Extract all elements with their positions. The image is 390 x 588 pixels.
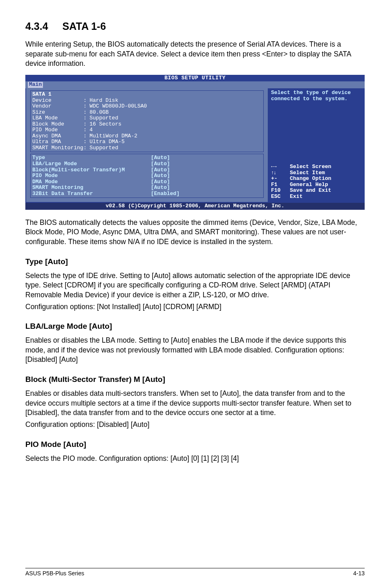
bios-key-help: ←→Select Screen ↑↓Select Item +-Change O… — [271, 164, 361, 200]
bios-field-value: Supported — [90, 145, 118, 151]
help-desc: Change Option — [290, 176, 331, 182]
bios-settings-box: Type[Auto] LBA/Large Mode[Auto] Block(Mu… — [30, 154, 264, 198]
pio-body: Selects the PIO mode. Configuration opti… — [25, 454, 365, 464]
bios-setting-label: SMART Monitoring — [32, 185, 151, 191]
help-desc: Select Screen — [290, 164, 331, 170]
bios-setting: 32Bit Data Transfer[Enabled] — [32, 191, 262, 197]
bios-field-label: Block Mode — [32, 121, 83, 128]
help-line: ↑↓Select Item — [271, 170, 361, 176]
bios-setting: LBA/Large Mode[Auto] — [32, 161, 262, 167]
bios-info-box: SATA 1 Device:Hard Disk Vendor:WDC WD800… — [30, 90, 264, 152]
help-desc: Save and Exit — [290, 188, 331, 194]
bios-field: Block Mode:16 Sectors — [32, 121, 262, 128]
bios-setting-label: PIO Mode — [32, 173, 151, 179]
bios-setting-label: Block(Multi-sector Transfer)M — [32, 167, 151, 173]
bios-section-label: SATA 1 — [32, 92, 262, 98]
bios-field-label: Size — [32, 110, 83, 116]
bios-setting: PIO Mode[Auto] — [32, 173, 262, 179]
bios-setting-value: [Auto] — [151, 167, 170, 173]
bios-setting-value: [Enabled] — [151, 191, 179, 197]
bios-help-text: Select the type of device connected to t… — [271, 90, 361, 102]
help-desc: Select Item — [290, 170, 325, 176]
section-title: SATA 1-6 — [63, 20, 106, 32]
bios-tabstrip: Main — [25, 81, 365, 88]
bios-field-label: LBA Mode — [32, 115, 83, 121]
footer-right: 4-13 — [353, 570, 365, 577]
help-line: F10Save and Exit — [271, 188, 361, 194]
bios-setting: Block(Multi-sector Transfer)M[Auto] — [32, 167, 262, 173]
bios-field-value: 16 Sectors — [90, 121, 121, 128]
section-heading: 4.3.4SATA 1-6 — [25, 20, 365, 32]
bios-setting-value: [Auto] — [151, 155, 170, 161]
help-desc: General Help — [290, 182, 328, 188]
pio-heading: PIO Mode [Auto] — [25, 440, 365, 449]
bios-field-value: MultiWord DMA-2 — [90, 133, 137, 139]
help-desc: Exit — [290, 194, 303, 200]
bios-field-value: Supported — [90, 115, 118, 121]
bios-setting-label: LBA/Large Mode — [32, 161, 151, 167]
help-line: ←→Select Screen — [271, 164, 361, 170]
help-line: +-Change Option — [271, 176, 361, 182]
bios-field-value: 4 — [90, 127, 93, 133]
bios-setting-value: [Auto] — [151, 185, 170, 191]
bios-field-value: WDC WD800JD-00LSA0 — [90, 103, 147, 110]
bios-setting-label: DMA Mode — [32, 179, 151, 185]
bios-field: Async DMA:MultiWord DMA-2 — [32, 133, 262, 139]
bios-setting-value: [Auto] — [151, 161, 170, 167]
help-line: ESCExit — [271, 194, 361, 200]
bios-field: PIO Mode:4 — [32, 127, 262, 133]
type-heading: Type [Auto] — [25, 257, 365, 266]
help-key: +- — [271, 176, 290, 182]
block-heading: Block (Multi-Sector Transfer) M [Auto] — [25, 375, 365, 384]
block-body1: Enables or disables data multi-sectors t… — [25, 389, 365, 418]
page-footer: ASUS P5B-Plus Series 4-13 — [25, 568, 365, 577]
bios-setting-value: [Auto] — [151, 173, 170, 179]
bios-field: Vendor:WDC WD800JD-00LSA0 — [32, 103, 262, 110]
lba-heading: LBA/Large Mode [Auto] — [25, 322, 365, 331]
help-key: F1 — [271, 182, 290, 188]
help-key: ESC — [271, 194, 290, 200]
bios-setting: Type[Auto] — [32, 155, 262, 161]
post-bios-paragraph: The BIOS automatically detects the value… — [25, 218, 365, 247]
bios-field-value: Hard Disk — [90, 98, 118, 104]
block-body2: Configuration options: [Disabled] [Auto] — [25, 420, 365, 430]
bios-field-label: PIO Mode — [32, 127, 83, 133]
bios-window: BIOS SETUP UTILITY Main SATA 1 Device:Ha… — [25, 75, 365, 210]
footer-left: ASUS P5B-Plus Series — [25, 570, 84, 577]
bios-setting: DMA Mode[Auto] — [32, 179, 262, 185]
type-body1: Selects the type of IDE drive. Setting t… — [25, 271, 365, 300]
bios-body: SATA 1 Device:Hard Disk Vendor:WDC WD800… — [25, 88, 365, 203]
bios-right-panel: Select the type of device connected to t… — [268, 88, 364, 202]
bios-setting-label: 32Bit Data Transfer — [32, 191, 151, 197]
bios-setting-value: [Auto] — [151, 179, 170, 185]
bios-field-value: 80.0GB — [90, 110, 109, 116]
bios-info-fields: Device:Hard Disk Vendor:WDC WD800JD-00LS… — [32, 98, 262, 151]
bios-setting-label: Type — [32, 155, 151, 161]
bios-field: Size:80.0GB — [32, 110, 262, 116]
help-line: F1General Help — [271, 182, 361, 188]
bios-field-label: Ultra DMA — [32, 139, 83, 145]
bios-left-panel: SATA 1 Device:Hard Disk Vendor:WDC WD800… — [26, 88, 268, 202]
bios-tab-main: Main — [28, 82, 43, 88]
arrows-lr-icon: ←→ — [271, 164, 276, 170]
intro-paragraph: While entering Setup, the BIOS automatic… — [25, 40, 365, 69]
bios-field-value: Ultra DMA-5 — [90, 139, 125, 145]
section-number: 4.3.4 — [25, 20, 48, 32]
bios-title: BIOS SETUP UTILITY — [25, 75, 365, 82]
bios-field-label: Vendor — [32, 103, 83, 110]
bios-field: Ultra DMA:Ultra DMA-5 — [32, 139, 262, 145]
bios-field-label: SMART Monitoring — [32, 145, 83, 151]
bios-field: LBA Mode:Supported — [32, 115, 262, 121]
bios-field-label: Async DMA — [32, 133, 83, 139]
bios-field-label: Device — [32, 98, 83, 104]
arrows-ud-icon: ↑↓ — [271, 170, 276, 176]
bios-field: Device:Hard Disk — [32, 98, 262, 104]
lba-body: Enables or disables the LBA mode. Settin… — [25, 336, 365, 365]
help-key: F10 — [271, 188, 290, 194]
type-body2: Configuration options: [Not Installed] [… — [25, 302, 365, 312]
bios-setting: SMART Monitoring[Auto] — [32, 185, 262, 191]
bios-footer: v02.58 (C)Copyright 1985-2006, American … — [25, 203, 365, 210]
bios-field: SMART Monitoring:Supported — [32, 145, 262, 151]
